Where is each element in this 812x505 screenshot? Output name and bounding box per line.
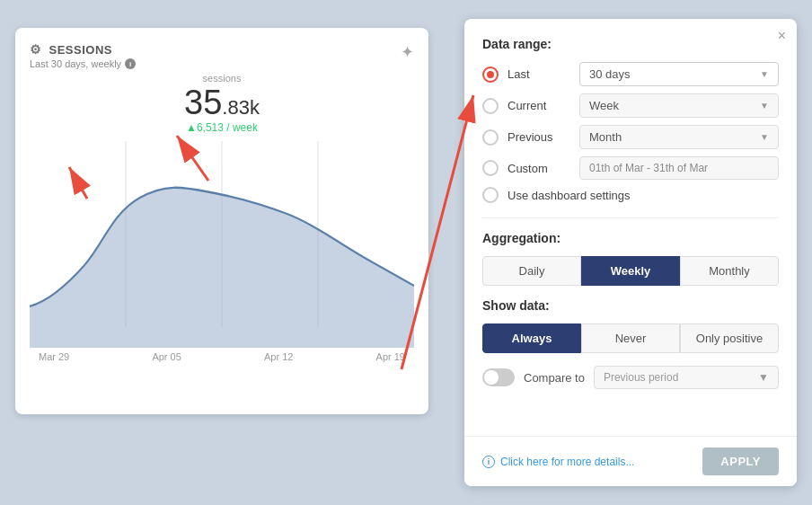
- radio-dashboard[interactable]: [482, 187, 499, 203]
- chart-title: ⚙ SESSIONS: [30, 42, 136, 57]
- show-data-never[interactable]: Never: [581, 323, 680, 353]
- radio-row-dashboard: Use dashboard settings: [482, 187, 779, 203]
- panel-footer: i Click here for more details... APPLY: [464, 436, 797, 486]
- info-icon: i: [482, 456, 495, 468]
- radio-previous[interactable]: [482, 129, 499, 146]
- radio-row-current: Current Week ▼: [482, 93, 779, 118]
- settings-panel: × Data range: Last 30 days ▼ Current Wee…: [464, 19, 797, 486]
- metric-change: ▲6,513 / week: [30, 121, 414, 134]
- chevron-down-icon: ▼: [760, 101, 769, 111]
- aggregation-monthly[interactable]: Monthly: [680, 256, 779, 286]
- compare-label: Compare to: [524, 371, 585, 385]
- previous-dropdown[interactable]: Month ▼: [579, 125, 779, 149]
- aggregation-weekly[interactable]: Weekly: [581, 256, 680, 286]
- chart-panel: ⚙ SESSIONS Last 30 days, weekly i ✦ sess…: [15, 28, 428, 414]
- radio-last[interactable]: [482, 66, 499, 83]
- divider-1: [482, 217, 779, 218]
- metric-value: 35.83k: [30, 85, 414, 120]
- data-range-options: Last 30 days ▼ Current Week ▼ Previous: [482, 62, 779, 203]
- aggregation-daily[interactable]: Daily: [482, 256, 581, 286]
- compare-toggle[interactable]: [482, 368, 515, 386]
- radio-row-previous: Previous Month ▼: [482, 125, 779, 149]
- last-dropdown[interactable]: 30 days ▼: [579, 62, 779, 86]
- info-icon[interactable]: i: [125, 58, 136, 69]
- chart-area: [30, 141, 414, 348]
- aggregation-title: Aggregation:: [482, 231, 779, 245]
- x-label-3: Apr 19: [376, 351, 405, 362]
- radio-current-label: Current: [508, 99, 570, 112]
- x-label-2: Apr 12: [264, 351, 293, 362]
- compare-dropdown[interactable]: Previous period ▼: [594, 366, 779, 389]
- data-range-title: Data range:: [482, 37, 779, 51]
- footer-info-link[interactable]: i Click here for more details...: [482, 456, 634, 468]
- info-link-text: Click here for more details...: [500, 456, 634, 468]
- close-button[interactable]: ×: [778, 28, 786, 44]
- show-data-always[interactable]: Always: [482, 323, 581, 353]
- radio-last-label: Last: [508, 67, 570, 81]
- radio-current[interactable]: [482, 98, 499, 114]
- metric-section: sessions 35.83k ▲6,513 / week: [30, 73, 414, 134]
- chevron-down-icon: ▼: [758, 371, 769, 384]
- apply-button[interactable]: APPLY: [702, 447, 779, 475]
- show-data-section: Show data: Always Never Only positive: [482, 298, 779, 353]
- custom-date-value[interactable]: 01th of Mar - 31th of Mar: [579, 156, 779, 180]
- radio-row-custom: Custom 01th of Mar - 31th of Mar: [482, 156, 779, 180]
- compare-section: Compare to Previous period ▼: [482, 366, 779, 389]
- radio-custom[interactable]: [482, 160, 499, 176]
- chart-subtitle: Last 30 days, weekly i: [30, 58, 136, 69]
- radio-previous-label: Previous: [508, 130, 570, 144]
- gear-icon[interactable]: ⚙: [30, 42, 42, 57]
- current-dropdown[interactable]: Week ▼: [579, 93, 779, 118]
- compare-dropdown-value: Previous period: [604, 371, 678, 384]
- radio-dashboard-label: Use dashboard settings: [508, 189, 631, 202]
- x-label-0: Mar 29: [39, 351, 69, 362]
- chevron-down-icon: ▼: [760, 69, 769, 79]
- radio-custom-label: Custom: [508, 162, 570, 175]
- metric-label: sessions: [30, 73, 414, 84]
- x-label-1: Apr 05: [152, 351, 181, 362]
- sparkle-icon[interactable]: ✦: [401, 42, 414, 62]
- show-data-title: Show data:: [482, 298, 779, 313]
- aggregation-buttons: Daily Weekly Monthly: [482, 256, 779, 286]
- aggregation-section: Aggregation: Daily Weekly Monthly: [482, 231, 779, 286]
- show-data-only-positive[interactable]: Only positive: [680, 323, 779, 353]
- chevron-down-icon: ▼: [760, 132, 769, 142]
- x-axis: Mar 29 Apr 05 Apr 12 Apr 19: [30, 351, 414, 362]
- show-data-buttons: Always Never Only positive: [482, 323, 779, 353]
- radio-row-last: Last 30 days ▼: [482, 62, 779, 86]
